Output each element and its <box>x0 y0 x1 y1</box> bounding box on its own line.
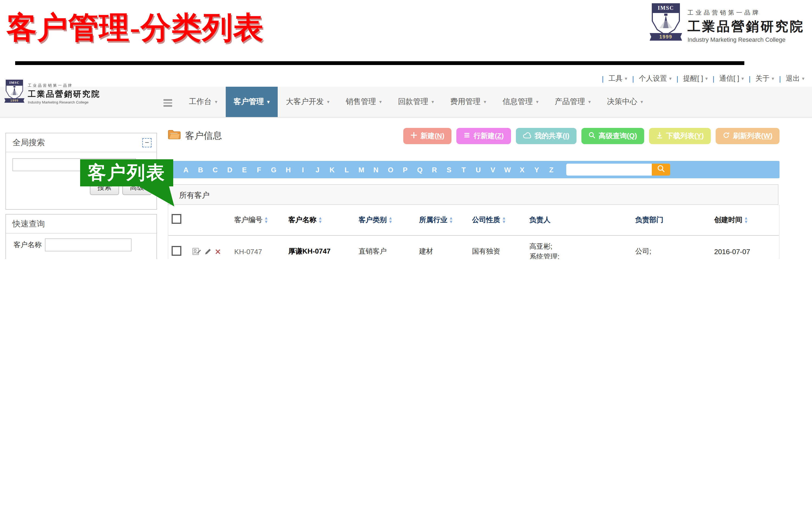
quick-query-title: 快速查询 <box>12 219 45 228</box>
nav-item-回款管理[interactable]: 回款管理▾ <box>390 87 442 117</box>
action-button-W[interactable]: 刷新列表(W) <box>716 128 780 144</box>
nav-item-大客户开发[interactable]: 大客户开发▾ <box>278 87 338 117</box>
select-all-checkbox[interactable] <box>172 214 181 224</box>
title-underline <box>15 61 744 65</box>
sort-icon[interactable]: ▲▼ <box>388 216 393 224</box>
alphabet-letter-Q[interactable]: Q <box>412 166 427 174</box>
alphabet-letter-L[interactable]: L <box>340 166 354 174</box>
nav-item-费用管理[interactable]: 费用管理▾ <box>442 87 494 117</box>
toolbar-item-label: 退出 <box>786 74 800 83</box>
list-icon <box>463 132 470 140</box>
row-checkbox[interactable] <box>172 246 181 255</box>
alphabet-letter-G[interactable]: G <box>266 166 281 174</box>
toolbar-item[interactable]: 工具▾ <box>608 74 627 83</box>
action-button-Y[interactable]: 下载列表(Y) <box>649 128 711 144</box>
action-button-N[interactable]: 新建(N) <box>403 128 452 144</box>
alphabet-letter-H[interactable]: H <box>281 166 296 174</box>
hamburger-icon[interactable] <box>164 99 172 108</box>
table-search-input[interactable] <box>566 164 652 175</box>
chevron-down-icon: ▾ <box>802 76 805 81</box>
edit-icon[interactable] <box>204 248 212 255</box>
imsc-shield-icon: IMSC 1999 <box>649 3 682 40</box>
view-edit-icon[interactable] <box>192 247 201 256</box>
toolbar-item[interactable]: 个人设置▾ <box>639 74 671 83</box>
alphabet-letter-A[interactable]: A <box>179 166 193 174</box>
nav-item-决策中心[interactable]: 决策中心▾ <box>599 87 651 117</box>
alphabet-letter-O[interactable]: O <box>383 166 398 174</box>
action-button-label: 刷新列表(W) <box>733 131 773 141</box>
alphabet-letter-V[interactable]: V <box>486 166 500 174</box>
alphabet-letter-T[interactable]: T <box>456 166 471 174</box>
alphabet-letter-Z[interactable]: Z <box>544 166 559 174</box>
alphabet-letter-F[interactable]: F <box>252 166 266 174</box>
cloud-icon <box>523 132 531 140</box>
row-select-cell <box>168 246 192 257</box>
nav-item-信息管理[interactable]: 信息管理▾ <box>494 87 547 117</box>
shield-abbr: IMSC <box>652 3 680 13</box>
toolbar-item[interactable]: 退出▾ <box>786 74 805 83</box>
section-title-bar: 所有客户 <box>168 184 778 205</box>
nav-item-工作台[interactable]: 工作台▾ <box>181 87 226 117</box>
toolbar-item[interactable]: 关于▾ <box>755 74 774 83</box>
global-search-title: 全局搜索 <box>12 138 45 147</box>
lighthouse-icon <box>652 13 680 32</box>
alphabet-letter-X[interactable]: X <box>515 166 529 174</box>
action-button-I[interactable]: 我的共享(I) <box>516 128 577 144</box>
sort-icon[interactable]: ▲▼ <box>449 216 453 224</box>
column-header-3: 客户名称▲▼ <box>288 215 359 225</box>
brand-tagline: 工业品营销第一品牌 <box>688 9 805 17</box>
search-icon <box>588 132 596 140</box>
alphabet-letter-M[interactable]: M <box>354 166 369 174</box>
nav-item-客户管理[interactable]: 客户管理▾ <box>226 87 278 117</box>
sort-icon[interactable]: ▲▼ <box>264 216 268 224</box>
cell-created: 2016-07-07 <box>714 247 779 255</box>
alphabet-letter-R[interactable]: R <box>427 166 442 174</box>
alphabet-letter-J[interactable]: J <box>310 166 325 174</box>
cell-owner: 高亚彬; 系统管理; <box>529 241 635 259</box>
plus-icon <box>410 132 417 140</box>
table-search-button[interactable] <box>652 164 670 175</box>
chevron-down-icon: ▾ <box>379 99 382 105</box>
shield-year: 1999 <box>4 98 24 103</box>
alphabet-letter-N[interactable]: N <box>369 166 383 174</box>
header-select-cell <box>168 214 192 226</box>
nav-item-label: 信息管理 <box>502 97 533 107</box>
action-button-Q[interactable]: 高级查询(Q) <box>581 128 644 144</box>
sort-icon[interactable]: ▲▼ <box>502 216 506 224</box>
alphabet-letter-S[interactable]: S <box>442 166 456 174</box>
action-button-Z[interactable]: 行新建(Z) <box>456 128 511 144</box>
chevron-down-icon: ▾ <box>772 76 774 81</box>
refresh-icon <box>723 132 730 140</box>
alphabet-letter-U[interactable]: U <box>471 166 486 174</box>
nav-item-销售管理[interactable]: 销售管理▾ <box>338 87 390 117</box>
delete-icon[interactable] <box>214 248 222 255</box>
sort-icon[interactable]: ▲▼ <box>318 216 322 224</box>
alphabet-letter-K[interactable]: K <box>325 166 340 174</box>
toolbar-separator: | <box>779 75 781 83</box>
nav-item-label: 决策中心 <box>607 97 637 107</box>
toolbar-item[interactable]: 通信[ ]▾ <box>719 74 744 83</box>
nav-item-label: 大客户开发 <box>286 97 324 107</box>
toolbar-item-label: 关于 <box>755 74 770 83</box>
table-body: KH-0747厚谦KH-0747直销客户建材国有独资高亚彬; 系统管理;公司;2… <box>168 236 779 259</box>
alphabet-letter-W[interactable]: W <box>500 166 515 174</box>
alphabet-letter-C[interactable]: C <box>208 166 223 174</box>
callout-customer-list-tail <box>138 186 177 209</box>
alphabet-letter-Y[interactable]: Y <box>529 166 544 174</box>
brand-name: 工業品營銷研究院 <box>28 89 100 100</box>
column-header-7: 负责人 <box>529 215 635 225</box>
sort-icon[interactable]: ▲▼ <box>744 216 748 224</box>
alphabet-letter-B[interactable]: B <box>193 166 208 174</box>
alphabet-letter-E[interactable]: E <box>237 166 252 174</box>
nav-item-产品管理[interactable]: 产品管理▾ <box>547 87 599 117</box>
quick-query-panel: 快速查询 客户名称 负责人 负责部门 查询 <box>5 214 157 259</box>
customer-name-field[interactable] <box>45 238 132 251</box>
minimize-icon[interactable]: – <box>142 138 151 147</box>
column-header-label: 客户编号 <box>234 215 263 225</box>
alphabet-letter-P[interactable]: P <box>398 166 412 174</box>
nav-item-label: 回款管理 <box>398 97 428 107</box>
alphabet-letter-I[interactable]: I <box>296 166 310 174</box>
table-row: KH-0747厚谦KH-0747直销客户建材国有独资高亚彬; 系统管理;公司;2… <box>168 236 779 259</box>
alphabet-letter-D[interactable]: D <box>223 166 237 174</box>
toolbar-item[interactable]: 提醒[ ]▾ <box>683 74 708 83</box>
